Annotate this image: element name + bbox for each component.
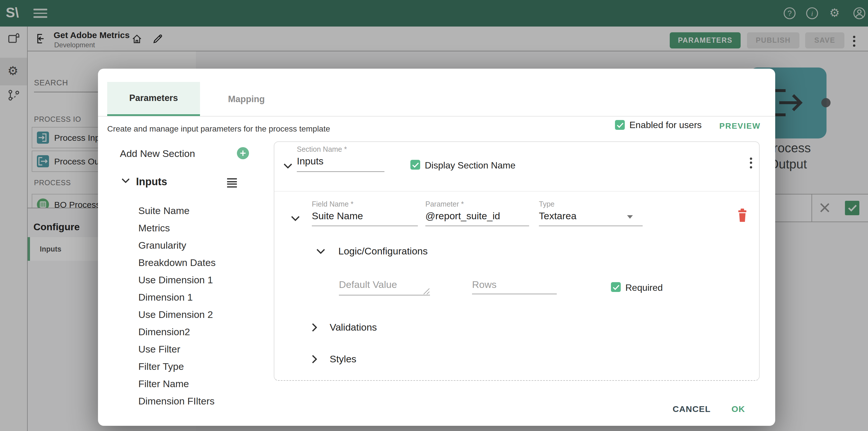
type-label: Type [539, 200, 554, 208]
field-editor-panel: Section Name * Inputs Display Section Na… [274, 141, 760, 381]
field-list-item[interactable]: Use Dimension 1 [138, 275, 213, 286]
reorder-icon[interactable] [227, 178, 237, 189]
field-list-item[interactable]: Filter Type [138, 361, 184, 373]
field-list-item[interactable]: Metrics [138, 223, 170, 234]
type-select[interactable]: Textarea [539, 210, 576, 222]
validations-label[interactable]: Validations [330, 322, 377, 334]
field-list-item[interactable]: Filter Name [138, 378, 189, 390]
parameters-modal: Parameters Mapping Create and manage inp… [98, 69, 775, 426]
display-section-name-checkbox[interactable] [410, 160, 420, 170]
section-name-label: Section Name * [297, 145, 347, 153]
enabled-for-users-checkbox[interactable] [615, 120, 625, 130]
add-new-section-label: Add New Section [120, 148, 195, 160]
tab-divider [98, 116, 775, 117]
logic-chevron-icon[interactable] [316, 249, 325, 254]
logic-configurations-label[interactable]: Logic/Configurations [338, 246, 428, 257]
display-section-name-label: Display Section Name [425, 161, 516, 171]
add-section-plus-icon[interactable] [237, 147, 249, 159]
field-list-item[interactable]: Dimension2 [138, 326, 190, 338]
parameter-label: Parameter * [425, 200, 464, 208]
tab-parameters[interactable]: Parameters [107, 82, 200, 116]
rows-input[interactable]: Rows [472, 279, 497, 291]
field-name-input[interactable]: Suite Name [312, 210, 363, 222]
ok-button[interactable]: OK [726, 404, 751, 414]
tab-mapping[interactable]: Mapping [200, 82, 293, 116]
preview-button[interactable]: PREVIEW [719, 121, 761, 131]
field-list-item[interactable]: Suite Name [138, 205, 190, 217]
field-list-item[interactable]: Use Dimension 2 [138, 309, 213, 321]
cancel-button[interactable]: CANCEL [666, 404, 718, 414]
field-list-item[interactable]: Dimension 1 [138, 292, 193, 304]
row-divider [274, 191, 759, 192]
field-list-item[interactable]: Breakdown Dates [138, 257, 216, 269]
field-name-label: Field Name * [312, 200, 353, 208]
styles-label[interactable]: Styles [330, 354, 356, 365]
default-value-textarea[interactable]: Default Value [339, 279, 397, 291]
textarea-resize-icon[interactable] [423, 288, 430, 295]
delete-field-trash-icon[interactable] [737, 208, 748, 223]
enabled-for-users-label: Enabled for users [629, 120, 702, 131]
app-root: S\ ? i ⚙ Get Adobe Metrics Development P… [0, 0, 868, 431]
field-list-item[interactable]: Granularity [138, 240, 186, 252]
field-list-item[interactable]: Use Filter [138, 344, 180, 355]
section-name-input[interactable]: Inputs [297, 156, 323, 167]
styles-chevron-icon[interactable] [312, 355, 317, 364]
required-label: Required [625, 283, 663, 293]
select-caret-icon[interactable] [627, 215, 633, 219]
section-kebab-menu-icon[interactable] [749, 155, 753, 170]
section-collapse-chevron-icon[interactable] [122, 178, 130, 183]
section-row-chevron-icon[interactable] [284, 163, 292, 169]
validations-chevron-icon[interactable] [312, 323, 317, 332]
parameter-input[interactable]: @report_suite_id [425, 210, 500, 222]
section-inputs-label[interactable]: Inputs [136, 176, 167, 188]
required-checkbox[interactable] [611, 282, 621, 292]
field-row-chevron-icon[interactable] [291, 216, 300, 221]
check-icon [616, 122, 623, 128]
modal-subtitle: Create and manage input parameters for t… [107, 124, 330, 133]
field-list-item[interactable]: Dimension FIlters [138, 396, 215, 407]
